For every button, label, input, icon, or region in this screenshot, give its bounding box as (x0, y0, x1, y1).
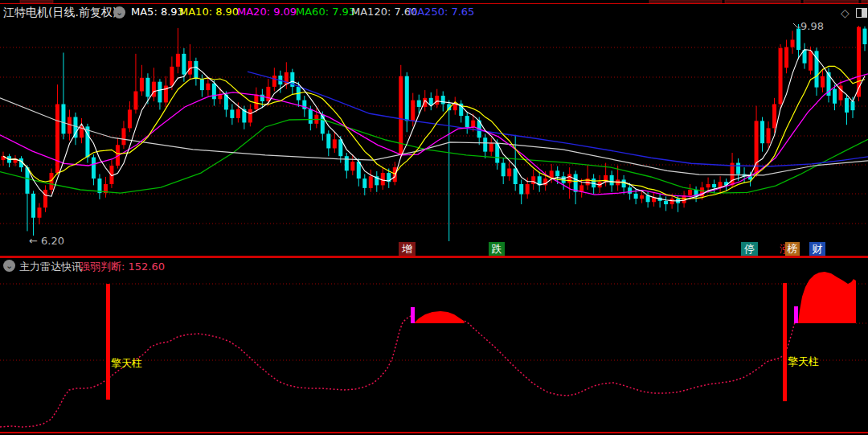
ribbon-button-榜[interactable]: 榜 (785, 242, 800, 256)
ma-values-row: MA5: 8.93MA10: 8.90MA20: 9.09MA60: 7.93M… (0, 4, 868, 21)
ribbon-button-财[interactable]: 财 (809, 242, 825, 256)
app-window: 江特电机(日线.前复权) ⌄ MA5: 8.93MA10: 8.90MA20: … (0, 0, 868, 435)
ma-value-label: MA60: 7.93 (296, 4, 355, 20)
ma-value-label: MA20: 9.09 (237, 4, 297, 20)
ribbon-button-row: 增跌停涨榜财 (0, 242, 868, 256)
pillar-label: 擎天柱 (111, 356, 142, 371)
ribbon-button-跌[interactable]: 跌 (489, 242, 505, 256)
indicator-title: 主力雷达快讯 (19, 260, 82, 274)
ma-value-label: MA10: 8.90 (179, 4, 239, 20)
pillar-label: 擎天柱 (788, 355, 819, 369)
ma-value-label: MA250: 7.65 (408, 4, 474, 20)
chevron-down-icon[interactable]: ⌄ (3, 260, 15, 272)
ribbon-button-增[interactable]: 增 (399, 242, 416, 256)
high-price-callout: 9.98 (800, 20, 824, 32)
diamond-icon[interactable]: ◇ (841, 7, 850, 18)
ribbon-button-停[interactable]: 停 (741, 242, 758, 256)
indicator-signal-value: 强弱判断: 152.60 (80, 260, 165, 274)
split-screen-icon[interactable] (856, 8, 867, 18)
ma-value-label: MA5: 8.93 (131, 4, 184, 20)
